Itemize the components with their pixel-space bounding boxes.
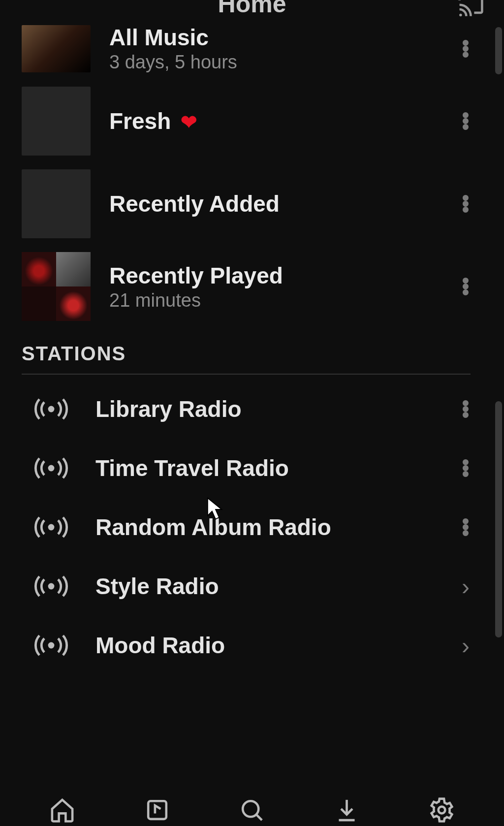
scrollbar[interactable] bbox=[493, 27, 504, 796]
more-icon[interactable]: ••• bbox=[454, 459, 477, 477]
more-icon[interactable]: ••• bbox=[454, 400, 477, 418]
playlist-row[interactable]: Recently Played 21 minutes ••• bbox=[0, 245, 492, 328]
playlist-title-text: Fresh bbox=[109, 108, 171, 134]
station-title: Mood Radio bbox=[95, 632, 454, 659]
heart-icon: ❤ bbox=[181, 112, 197, 132]
radio-icon bbox=[22, 394, 81, 424]
playlist-thumbnail bbox=[22, 25, 91, 72]
divider bbox=[22, 374, 471, 375]
playlist-thumbnail bbox=[22, 252, 91, 321]
more-icon[interactable]: ••• bbox=[454, 195, 477, 213]
radio-icon bbox=[22, 631, 81, 660]
cast-icon[interactable] bbox=[457, 0, 484, 19]
playlist-title: Recently Played bbox=[109, 262, 454, 289]
svg-point-8 bbox=[439, 807, 445, 814]
station-title: Library Radio bbox=[95, 396, 454, 422]
more-icon[interactable]: ••• bbox=[454, 112, 477, 130]
svg-point-7 bbox=[243, 801, 259, 817]
radio-icon bbox=[22, 572, 81, 601]
more-icon[interactable]: ••• bbox=[454, 278, 477, 295]
svg-point-0 bbox=[459, 14, 462, 17]
playlist-row[interactable]: Recently Added ••• bbox=[0, 162, 492, 245]
svg-point-3 bbox=[48, 524, 55, 531]
station-row[interactable]: Library Radio ••• bbox=[0, 380, 492, 439]
svg-rect-6 bbox=[148, 801, 166, 819]
chevron-right-icon[interactable]: › bbox=[454, 632, 477, 659]
chevron-right-icon[interactable]: › bbox=[454, 573, 477, 600]
app-header: Home bbox=[0, 0, 504, 22]
library-icon[interactable] bbox=[144, 796, 171, 826]
playlist-title: Fresh ❤ bbox=[109, 108, 454, 134]
playlist-subtitle: 3 days, 5 hours bbox=[109, 52, 454, 73]
station-title: Random Album Radio bbox=[95, 514, 454, 540]
more-icon[interactable]: ••• bbox=[454, 518, 477, 536]
station-row[interactable]: Style Radio › bbox=[0, 557, 492, 616]
download-icon[interactable] bbox=[333, 796, 360, 826]
svg-point-4 bbox=[48, 583, 55, 590]
playlist-row[interactable]: Fresh ❤ ••• bbox=[0, 80, 492, 162]
station-title: Time Travel Radio bbox=[95, 455, 454, 481]
bottom-nav bbox=[0, 796, 504, 826]
svg-point-1 bbox=[48, 406, 55, 413]
search-icon[interactable] bbox=[238, 796, 265, 826]
playlist-thumbnail bbox=[22, 169, 91, 238]
playlist-title: Recently Added bbox=[109, 191, 454, 217]
playlist-title: All Music bbox=[109, 24, 454, 51]
svg-point-5 bbox=[48, 642, 55, 649]
radio-icon bbox=[22, 512, 81, 542]
playlist-subtitle: 21 minutes bbox=[109, 290, 454, 311]
page-title: Home bbox=[218, 0, 286, 18]
station-row[interactable]: Time Travel Radio ••• bbox=[0, 439, 492, 498]
playlist-thumbnail bbox=[22, 87, 91, 156]
more-icon[interactable]: ••• bbox=[454, 40, 477, 58]
station-title: Style Radio bbox=[95, 573, 454, 600]
playlist-row[interactable]: All Music 3 days, 5 hours ••• bbox=[0, 24, 492, 80]
section-header-stations: STATIONS bbox=[0, 328, 492, 374]
station-row[interactable]: Mood Radio › bbox=[0, 616, 492, 675]
settings-icon[interactable] bbox=[428, 796, 455, 826]
svg-point-2 bbox=[48, 465, 55, 472]
main-content: All Music 3 days, 5 hours ••• Fresh ❤ ••… bbox=[0, 27, 492, 796]
station-row[interactable]: Random Album Radio ••• bbox=[0, 498, 492, 557]
home-icon[interactable] bbox=[49, 796, 76, 826]
radio-icon bbox=[22, 453, 81, 483]
